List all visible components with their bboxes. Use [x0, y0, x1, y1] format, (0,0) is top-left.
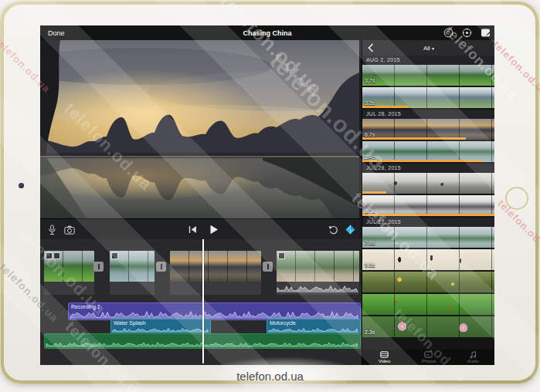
export-icon[interactable] [481, 28, 491, 38]
clip-used-indicator [362, 137, 466, 140]
media-clip-market[interactable] [362, 272, 494, 292]
transition-icon[interactable] [156, 262, 166, 272]
video-tab-icon [380, 351, 389, 358]
browser-header: All ▾ [362, 40, 494, 56]
ipad-bezel: Done Chasing China ? [4, 5, 535, 380]
svg-text:?: ? [447, 29, 450, 36]
timeline-clip-alpine-grass[interactable] [44, 251, 94, 295]
clip-frames-overlay [362, 272, 494, 292]
clip-frames-overlay [362, 294, 494, 315]
help-icon[interactable]: ? [443, 28, 453, 38]
clip-frames-overlay [362, 141, 494, 162]
clip-frames-overlay [362, 87, 494, 108]
tab-photos[interactable]: Photos [406, 350, 450, 365]
microphone-icon[interactable] [46, 224, 58, 235]
media-clip-day-lake[interactable]: 2.4s [362, 141, 494, 162]
project-settings-icon[interactable] [345, 224, 356, 235]
audio-track-label: Motorcycle [270, 320, 296, 326]
clip-duration: 2.4s [365, 154, 375, 160]
media-clip-motorcycle[interactable] [362, 173, 494, 194]
camera-icon[interactable] [63, 224, 75, 235]
album-filter-dropdown[interactable]: All ▾ [362, 45, 494, 52]
settings-icon[interactable] [462, 28, 472, 38]
clip-thumbnail [170, 251, 261, 282]
media-clip-flowers[interactable]: 2.3s [362, 316, 494, 337]
clip-duration: 1.3s [365, 208, 375, 214]
clip-badge-icon [53, 252, 60, 259]
clip-thumbnail [277, 251, 359, 282]
audio-track-label: Recording 1 [71, 304, 100, 309]
undo-icon[interactable] [328, 224, 339, 235]
date-label: JUL 27, 2015 [362, 218, 494, 227]
timeline-clip-mountain-road[interactable] [277, 251, 359, 295]
media-list: AUG 2, 20153.7s3.3sJUL 28, 20156.7s2.4sJ… [362, 56, 494, 350]
media-clip-vegetables[interactable] [362, 294, 494, 315]
product-photo: Done Chasing China ? [0, 0, 540, 392]
media-clip-backlit-mountains[interactable]: 1.3s [362, 195, 494, 216]
timeline[interactable]: Recording 1Water SplashMotorcycle [40, 239, 362, 365]
imovie-app-screen: Done Chasing China ? [40, 25, 494, 365]
clip-frames-overlay [362, 249, 494, 270]
clip-frames-overlay [362, 65, 494, 86]
timeline-clip-day-lake[interactable] [110, 251, 155, 295]
clip-thumbnail [44, 251, 94, 282]
media-clip-calligraphy[interactable]: 9.6s [362, 249, 494, 270]
playhead[interactable] [202, 239, 204, 363]
media-tabbar: VideoPhotosAudio [362, 350, 494, 365]
clip-used-indicator [362, 106, 409, 108]
media-clip-alpine-grass[interactable]: 3.7s [362, 65, 494, 86]
project-title: Chasing China [40, 29, 494, 37]
clip-duration: 3.3s [365, 100, 375, 106]
tab-label: Photos [422, 359, 436, 363]
audio-track-motorcycle[interactable]: Motorcycle [267, 319, 361, 334]
transition-icon[interactable] [263, 262, 273, 272]
ipad-device: Done Chasing China ? [1, 2, 538, 384]
play-button[interactable] [208, 224, 219, 235]
front-camera [19, 183, 24, 188]
clip-duration: 2.3s [365, 329, 375, 335]
audio-track-recording-1[interactable]: Recording 1 [68, 302, 361, 320]
tab-audio[interactable]: Audio [451, 350, 494, 365]
tab-video[interactable]: Video [362, 350, 406, 365]
tab-label: Video [379, 359, 390, 363]
photos-tab-icon [424, 351, 433, 358]
clip-lower-strip [170, 282, 261, 295]
media-clip-cloudy-mountains[interactable]: 3.3s [362, 87, 494, 108]
clip-badge-icon [278, 252, 285, 259]
date-label: JUL 28, 2015 [362, 164, 494, 173]
media-clip-sunset-lake[interactable]: 6.7s [362, 119, 494, 140]
media-browser: All ▾ AUG 2, 20153.7s3.3sJUL 28, 20156.7… [362, 40, 494, 365]
clip-frames-overlay [362, 195, 494, 216]
clip-lower-strip [44, 282, 94, 295]
audio-track-label: Water Splash [114, 320, 146, 326]
clip-frames-overlay [362, 173, 494, 194]
clip-frames-overlay [277, 251, 359, 282]
media-clip-morning-lake[interactable]: 2.8s [362, 227, 494, 248]
clip-frames-overlay [362, 119, 494, 140]
audio-track-water-splash[interactable]: Water Splash [110, 319, 211, 334]
timeline-toolbar [40, 218, 359, 240]
clip-lower-strip [110, 282, 155, 295]
clip-duration: 6.7s [365, 132, 375, 137]
tab-label: Audio [467, 359, 479, 363]
clip-frames-overlay [362, 227, 494, 248]
clip-used-indicator [362, 191, 386, 194]
home-button[interactable] [505, 187, 528, 210]
clip-thumbnail [110, 251, 155, 282]
video-preview[interactable] [40, 40, 359, 218]
transition-icon[interactable] [93, 262, 104, 272]
date-label: AUG 2, 2015 [362, 56, 494, 65]
timeline-clip-sunset-lake[interactable] [170, 251, 261, 295]
clip-duration: 3.7s [365, 78, 375, 83]
clip-badge-icon [46, 252, 53, 259]
store-watermark-caption: telefon.od.ua [0, 370, 540, 383]
navigation-bar: Done Chasing China ? [40, 25, 494, 40]
skip-to-start-icon[interactable] [187, 224, 199, 235]
filter-label: All [423, 45, 430, 52]
clip-badge-icon [111, 252, 118, 259]
done-button[interactable]: Done [40, 29, 65, 37]
caret-down-icon: ▾ [432, 46, 434, 51]
date-label: JUL 28, 2015 [362, 110, 494, 119]
clip-duration: 2.8s [365, 240, 375, 245]
audio-tab-icon [470, 351, 477, 358]
